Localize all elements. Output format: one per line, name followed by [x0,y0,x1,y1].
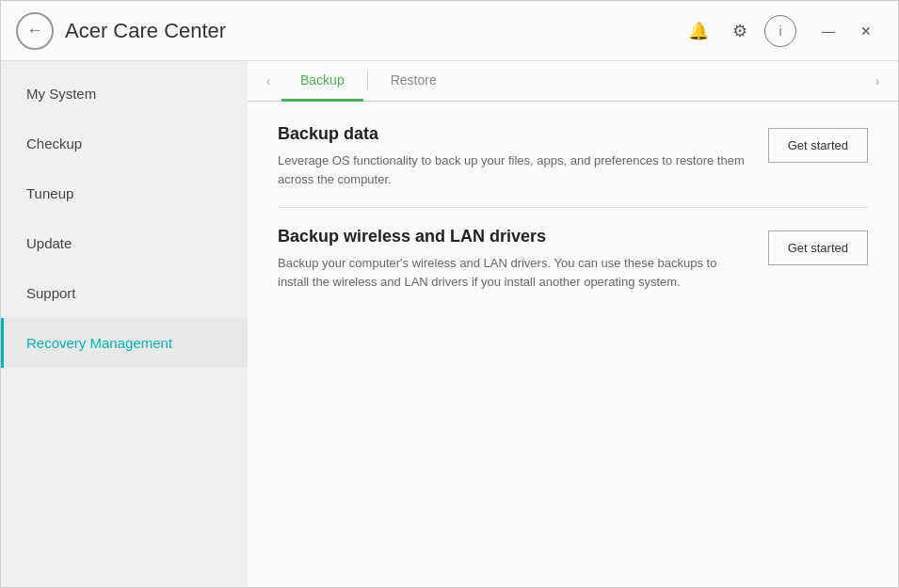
backup-drivers-get-started-button[interactable]: Get started [768,230,868,265]
sidebar-item-my-system[interactable]: My System [1,69,248,119]
main-content: Backup data Leverage OS functionality to… [248,102,898,587]
tabs-left-arrow[interactable]: ‹ [255,62,281,100]
sidebar-item-checkup[interactable]: Checkup [1,119,248,168]
backup-data-section: Backup data Leverage OS functionality to… [278,124,868,188]
minimize-button[interactable]: — [811,14,845,48]
tab-divider [367,72,368,90]
back-button[interactable]: ← [16,12,54,50]
info-icon: i [779,24,781,39]
backup-drivers-title: Backup wireless and LAN drivers [278,227,746,246]
app-title: Acer Care Center [65,19,682,43]
tabs-right-arrow[interactable]: › [864,62,891,100]
backup-drivers-section: Backup wireless and LAN drivers Backup y… [278,227,868,291]
gear-icon: ⚙ [732,21,747,41]
info-button[interactable]: i [764,15,796,47]
close-icon: ✕ [860,24,872,39]
title-bar-icons: 🔔 ⚙ i [682,14,796,48]
backup-drivers-text: Backup wireless and LAN drivers Backup y… [278,227,746,291]
main-panel: ‹ Backup Restore › Backup data Leverage … [248,61,898,587]
backup-data-header: Backup data Leverage OS functionality to… [278,124,868,188]
sidebar-item-recovery-management[interactable]: Recovery Management [1,318,248,368]
backup-drivers-header: Backup wireless and LAN drivers Backup y… [278,227,868,291]
backup-data-description: Leverage OS functionality to back up you… [278,151,746,188]
sidebar-item-update[interactable]: Update [1,218,248,268]
close-button[interactable]: ✕ [849,14,883,48]
backup-data-text: Backup data Leverage OS functionality to… [278,124,746,188]
settings-button[interactable]: ⚙ [723,14,757,48]
title-bar: ← Acer Care Center 🔔 ⚙ i — ✕ [1,1,898,61]
tab-backup[interactable]: Backup [281,61,363,102]
content-area: My System Checkup Tuneup Update Support … [1,61,898,587]
tab-restore[interactable]: Restore [372,61,456,102]
bell-icon: 🔔 [688,21,709,41]
window-controls: — ✕ [811,14,883,48]
tabs-bar: ‹ Backup Restore › [248,61,898,102]
backup-data-get-started-button[interactable]: Get started [768,128,868,163]
backup-drivers-description: Backup your computer's wireless and LAN … [278,254,746,291]
minimize-icon: — [822,24,835,39]
sidebar: My System Checkup Tuneup Update Support … [1,61,248,587]
notifications-button[interactable]: 🔔 [682,14,715,48]
app-window: ← Acer Care Center 🔔 ⚙ i — ✕ My System [0,0,899,588]
section-divider-1 [278,207,868,208]
sidebar-item-tuneup[interactable]: Tuneup [1,168,248,218]
backup-data-title: Backup data [278,124,746,144]
sidebar-item-support[interactable]: Support [1,268,248,318]
